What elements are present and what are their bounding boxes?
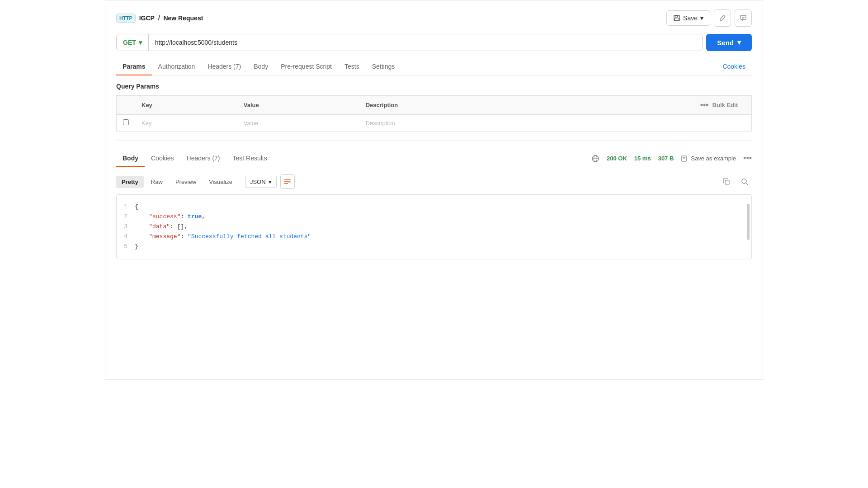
row-checkbox[interactable] bbox=[123, 119, 129, 125]
format-chevron-icon: ▾ bbox=[269, 178, 272, 185]
bulk-edit-button[interactable]: Bulk Edit bbox=[712, 102, 738, 108]
code-area: 1 { 2 "success": true, 3 "data": [], bbox=[117, 198, 751, 255]
view-tab-pretty[interactable]: Pretty bbox=[116, 176, 144, 188]
code-content: { bbox=[135, 202, 751, 212]
svg-point-16 bbox=[742, 179, 746, 183]
globe-icon bbox=[591, 155, 599, 163]
table-row: Key Value Description bbox=[117, 115, 752, 131]
tab-tests[interactable]: Tests bbox=[338, 58, 366, 75]
search-icon bbox=[741, 178, 748, 185]
copy-button[interactable] bbox=[719, 174, 734, 189]
code-line-1: 1 { bbox=[117, 202, 751, 212]
format-label: JSON bbox=[250, 178, 266, 185]
wrap-button[interactable] bbox=[280, 174, 295, 189]
request-tabs: Params Authorization Headers (7) Body Pr… bbox=[116, 58, 752, 75]
description-col-header: Description ••• Bulk Edit bbox=[359, 96, 752, 115]
save-chevron-icon: ▾ bbox=[700, 14, 703, 22]
http-badge: HTTP bbox=[116, 14, 136, 23]
tab-authorization[interactable]: Authorization bbox=[152, 58, 202, 75]
send-chevron-icon: ▾ bbox=[737, 38, 741, 47]
header-right: Save ▾ bbox=[666, 9, 752, 27]
code-content: "success": true, bbox=[135, 212, 751, 222]
save-example-icon bbox=[681, 155, 688, 162]
breadcrumb: IGCP / New Request bbox=[139, 14, 203, 22]
line-number: 2 bbox=[117, 212, 135, 222]
comment-button[interactable] bbox=[735, 9, 752, 27]
response-tab-cookies[interactable]: Cookies bbox=[145, 150, 180, 167]
key-col-header: Key bbox=[135, 96, 237, 115]
save-button[interactable]: Save ▾ bbox=[666, 10, 710, 26]
tab-headers[interactable]: Headers (7) bbox=[201, 58, 247, 75]
comment-icon bbox=[740, 14, 747, 22]
save-example-button[interactable]: Save as example bbox=[681, 155, 736, 162]
query-params-section: Query Params Key Value Description ••• B… bbox=[116, 83, 752, 131]
url-input-wrapper: GET ▾ bbox=[116, 34, 703, 51]
line-number: 1 bbox=[117, 202, 135, 212]
response-tabs: Body Cookies Headers (7) Test Results 20… bbox=[116, 150, 752, 167]
code-content: "message": "Successfully fetched all stu… bbox=[135, 232, 751, 242]
wrap-icon bbox=[284, 178, 291, 185]
line-number: 5 bbox=[117, 242, 135, 252]
description-cell[interactable]: Description bbox=[359, 115, 752, 131]
params-more-icon[interactable]: ••• bbox=[700, 100, 709, 110]
svg-rect-2 bbox=[675, 18, 679, 20]
tab-prerequest[interactable]: Pre-request Script bbox=[274, 58, 338, 75]
row-checkbox-col bbox=[117, 115, 136, 131]
breadcrumb-parent: IGCP bbox=[139, 14, 155, 22]
code-wrapper: 1 { 2 "success": true, 3 "data": [], bbox=[116, 194, 752, 259]
header: HTTP IGCP / New Request Save ▾ bbox=[116, 9, 752, 34]
svg-line-17 bbox=[746, 183, 748, 185]
view-tabs: Pretty Raw Preview Visualize JSON ▾ bbox=[116, 174, 752, 189]
svg-rect-15 bbox=[725, 180, 729, 184]
response-tab-headers[interactable]: Headers (7) bbox=[180, 150, 226, 167]
response-more-icon[interactable]: ••• bbox=[743, 154, 752, 163]
view-actions bbox=[719, 174, 752, 189]
header-left: HTTP IGCP / New Request bbox=[116, 14, 203, 23]
url-input[interactable] bbox=[149, 34, 703, 51]
tab-cookies[interactable]: Cookies bbox=[716, 58, 752, 75]
view-tab-preview[interactable]: Preview bbox=[170, 176, 202, 188]
scrollbar[interactable] bbox=[747, 204, 750, 240]
method-selector[interactable]: GET ▾ bbox=[117, 34, 149, 51]
view-tab-raw[interactable]: Raw bbox=[146, 176, 168, 188]
save-icon bbox=[673, 14, 680, 22]
response-meta: 200 OK 15 ms 307 B Save as example ••• bbox=[591, 154, 752, 163]
copy-icon bbox=[723, 178, 730, 185]
tab-settings[interactable]: Settings bbox=[366, 58, 401, 75]
method-chevron-icon: ▾ bbox=[139, 39, 142, 46]
code-line-5: 5 } bbox=[117, 242, 751, 252]
params-table: Key Value Description ••• Bulk Edit bbox=[116, 95, 752, 131]
query-params-title: Query Params bbox=[116, 83, 752, 90]
line-number: 4 bbox=[117, 232, 135, 242]
svg-rect-1 bbox=[675, 15, 678, 17]
status-code: 200 OK bbox=[607, 155, 627, 162]
response-tab-test-results[interactable]: Test Results bbox=[226, 150, 274, 167]
edit-button[interactable] bbox=[714, 9, 731, 27]
response-size: 307 B bbox=[658, 155, 674, 162]
tab-params[interactable]: Params bbox=[116, 58, 152, 75]
app-container: HTTP IGCP / New Request Save ▾ bbox=[105, 0, 763, 380]
response-tab-body[interactable]: Body bbox=[116, 150, 145, 167]
tab-body[interactable]: Body bbox=[247, 58, 274, 75]
breadcrumb-current: New Request bbox=[163, 14, 203, 22]
response-time: 15 ms bbox=[634, 155, 651, 162]
search-button[interactable] bbox=[737, 174, 752, 189]
url-bar: GET ▾ Send ▾ bbox=[116, 34, 752, 51]
method-label: GET bbox=[123, 39, 136, 46]
line-number: 3 bbox=[117, 222, 135, 232]
checkbox-col-header bbox=[117, 96, 136, 115]
key-cell[interactable]: Key bbox=[135, 115, 237, 131]
response-section: Body Cookies Headers (7) Test Results 20… bbox=[116, 150, 752, 259]
code-content: "data": [], bbox=[135, 222, 751, 232]
format-selector[interactable]: JSON ▾ bbox=[245, 176, 277, 188]
value-cell[interactable]: Value bbox=[237, 115, 359, 131]
code-line-3: 3 "data": [], bbox=[117, 222, 751, 232]
code-line-2: 2 "success": true, bbox=[117, 212, 751, 222]
value-col-header: Value bbox=[237, 96, 359, 115]
code-content: } bbox=[135, 242, 751, 252]
view-tab-visualize[interactable]: Visualize bbox=[203, 176, 238, 188]
code-line-4: 4 "message": "Successfully fetched all s… bbox=[117, 232, 751, 242]
edit-icon bbox=[719, 14, 726, 22]
send-button[interactable]: Send ▾ bbox=[706, 34, 752, 51]
section-divider bbox=[116, 141, 752, 141]
